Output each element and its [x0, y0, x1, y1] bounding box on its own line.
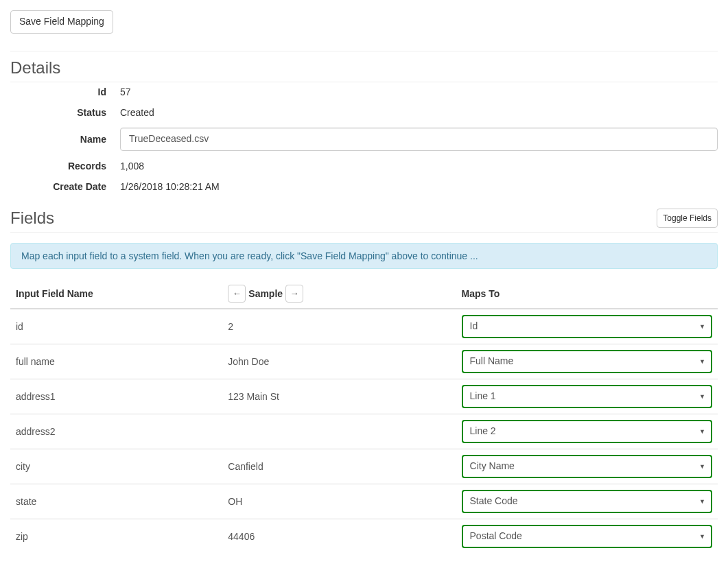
name-input[interactable] — [120, 128, 718, 151]
sample-value — [222, 414, 456, 449]
col-header-input: Input Field Name — [10, 279, 222, 309]
maps-to-cell: Line 2 — [456, 414, 718, 449]
value-status: Created — [120, 107, 718, 118]
arrow-left-icon: ← — [233, 288, 242, 298]
input-field-name: id — [10, 309, 222, 344]
maps-to-cell: Postal Code — [456, 519, 718, 553]
table-row: zip44406Postal Code — [10, 519, 718, 553]
sample-value: OH — [222, 484, 456, 519]
details-form: Id 57 Status Created Name Records 1,008 … — [10, 86, 718, 192]
maps-to-cell: Full Name — [456, 344, 718, 379]
label-id: Id — [10, 86, 120, 97]
sample-value: 44406 — [222, 519, 456, 553]
table-row: address2Line 2 — [10, 414, 718, 449]
maps-to-select[interactable]: Postal Code — [462, 525, 712, 548]
col-header-mapsto: Maps To — [456, 279, 718, 309]
sample-value: John Doe — [222, 344, 456, 379]
maps-to-cell: City Name — [456, 449, 718, 484]
toolbar: Save Field Mapping — [10, 10, 718, 51]
label-records: Records — [10, 161, 120, 172]
field-mapping-table: Input Field Name ← Sample → Maps To id2I… — [10, 279, 718, 554]
details-heading: Details — [10, 58, 718, 82]
col-header-sample: ← Sample → — [222, 279, 456, 309]
table-row: full nameJohn DoeFull Name — [10, 344, 718, 379]
maps-to-cell: State Code — [456, 484, 718, 519]
input-field-name: address2 — [10, 414, 222, 449]
arrow-right-icon: → — [290, 288, 299, 298]
maps-to-select[interactable]: Full Name — [462, 350, 712, 373]
input-field-name: full name — [10, 344, 222, 379]
fields-heading: Fields — [10, 209, 54, 228]
maps-to-select[interactable]: Line 2 — [462, 420, 712, 443]
sample-value: Canfield — [222, 449, 456, 484]
label-status: Status — [10, 107, 120, 118]
maps-to-select[interactable]: State Code — [462, 490, 712, 513]
sample-prev-button[interactable]: ← — [228, 285, 246, 303]
table-row: stateOHState Code — [10, 484, 718, 519]
sample-label: Sample — [248, 288, 283, 299]
input-field-name: city — [10, 449, 222, 484]
sample-value: 2 — [222, 309, 456, 344]
maps-to-select[interactable]: City Name — [462, 455, 712, 478]
value-id: 57 — [120, 86, 718, 97]
maps-to-select[interactable]: Id — [462, 315, 712, 338]
input-field-name: zip — [10, 519, 222, 553]
table-row: cityCanfieldCity Name — [10, 449, 718, 484]
maps-to-select[interactable]: Line 1 — [462, 385, 712, 408]
info-alert: Map each input field to a system field. … — [10, 243, 718, 269]
table-row: id2Id — [10, 309, 718, 344]
value-create-date: 1/26/2018 10:28:21 AM — [120, 181, 718, 192]
sample-value: 123 Main St — [222, 379, 456, 414]
sample-next-button[interactable]: → — [285, 285, 303, 303]
input-field-name: address1 — [10, 379, 222, 414]
label-create-date: Create Date — [10, 181, 120, 192]
toggle-fields-button[interactable]: Toggle Fields — [657, 209, 718, 228]
save-field-mapping-button[interactable]: Save Field Mapping — [10, 10, 113, 34]
value-records: 1,008 — [120, 161, 718, 172]
table-row: address1123 Main StLine 1 — [10, 379, 718, 414]
maps-to-cell: Line 1 — [456, 379, 718, 414]
label-name: Name — [10, 134, 120, 145]
maps-to-cell: Id — [456, 309, 718, 344]
input-field-name: state — [10, 484, 222, 519]
